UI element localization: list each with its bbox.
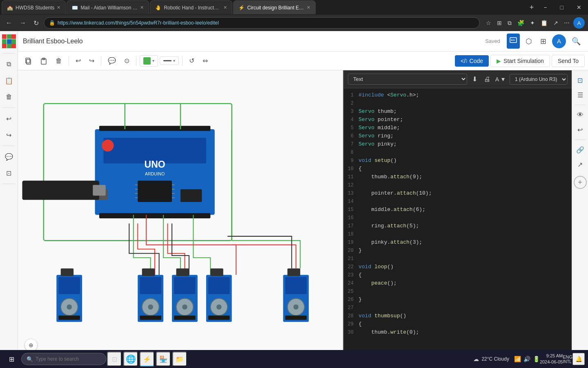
line-content-4: Servo pointer; <box>359 117 572 123</box>
add-component-button[interactable]: + <box>574 176 587 189</box>
reload-button[interactable]: ↻ <box>31 18 41 29</box>
layers-button[interactable]: ☰ <box>574 88 587 101</box>
profile-avatar[interactable]: A <box>573 17 585 29</box>
maximize-button[interactable]: □ <box>554 0 570 15</box>
browser-tab-mail[interactable]: ✉️Mail - Aidan Williamson - Outlo...✕ <box>67 0 149 14</box>
sidebar-undo-button[interactable]: ↩ <box>2 111 16 126</box>
code-button[interactable]: </> Code <box>455 55 489 67</box>
header-search-button[interactable]: 🔍 <box>569 34 583 48</box>
circuit-taskbar-icon: ⚡ <box>143 355 151 363</box>
circuit-view-button[interactable] <box>507 34 520 49</box>
code-line-29: 29{ <box>344 321 572 329</box>
copilot-button[interactable]: ✦ <box>528 17 537 29</box>
sidebar-delete-button[interactable]: 🗑 <box>2 90 16 104</box>
address-bar[interactable]: 🔒 https://www.tinkercad.com/things/5n54p… <box>44 17 480 29</box>
tinkercad-logo[interactable] <box>2 34 16 48</box>
svg-rect-64 <box>285 277 307 294</box>
comment-tool-button[interactable]: 💬 <box>105 54 119 67</box>
browser-tab-hwdsb[interactable]: 🏫HWDSB Students✕ <box>2 0 66 14</box>
board-select[interactable]: 1 (Arduino Uno R3) <box>510 74 568 85</box>
send-to-button[interactable]: Send To <box>552 55 585 67</box>
code-line-20: 20} <box>344 247 572 255</box>
mirror-tool-button[interactable]: ⇔ <box>199 54 211 67</box>
favorites-star-button[interactable]: ☆ <box>484 17 493 29</box>
svg-rect-58 <box>208 277 229 294</box>
undo-history-button[interactable]: ↩ <box>574 123 587 136</box>
line-number-22: 22 <box>344 264 359 270</box>
svg-rect-4 <box>7 39 11 44</box>
split-view-button[interactable]: ⧉ <box>506 17 514 29</box>
taskbar-files-button[interactable]: 📁 <box>172 352 187 366</box>
taskbar-circuit-button[interactable]: ⚡ <box>140 352 154 366</box>
line-number-5: 5 <box>344 125 359 131</box>
back-button[interactable]: ← <box>3 18 15 28</box>
sidebar-paste-button[interactable]: 📋 <box>2 73 16 88</box>
browser-icons: ☆ ⊞ ⧉ 🧩 ✦ 📋 ↗ ⋯ A <box>484 17 585 29</box>
taskbar-store-button[interactable]: 🏪 <box>156 352 171 366</box>
svg-point-42 <box>67 304 72 310</box>
code-line-11: 11 thumb.attach(9); <box>344 173 572 182</box>
connect-button[interactable]: 🔗 <box>574 143 587 156</box>
line-number-13: 13 <box>344 190 359 196</box>
line-number-3: 3 <box>344 108 359 114</box>
new-tab-button[interactable]: + <box>526 3 537 12</box>
app-layout: ⧉ 📋 🗑 ↩ ↪ 💬 ⊡ Brilliant Esboo-Leelo Save… <box>0 31 588 368</box>
sidebar-redo-button[interactable]: ↪ <box>2 128 16 142</box>
svg-rect-40 <box>59 277 80 294</box>
left-sidebar: ⧉ 📋 🗑 ↩ ↪ 💬 ⊡ <box>0 31 18 368</box>
code-type-select[interactable]: Text <box>348 74 467 85</box>
copy-tool-button[interactable] <box>21 55 35 67</box>
start-button[interactable]: ⊞ <box>3 352 20 366</box>
weather-icon: ☁ <box>473 356 479 362</box>
line-selector[interactable]: ▾ <box>160 56 179 65</box>
sidebar-copy-button[interactable]: ⧉ <box>2 57 16 72</box>
settings-more-button[interactable]: ⋯ <box>562 17 572 29</box>
taskbar-task-view-button[interactable]: ⊡ <box>107 352 122 366</box>
code-editor[interactable]: 1#include <Servo.h>;23Servo thumb;4Servo… <box>344 88 572 353</box>
svg-point-10 <box>511 40 512 41</box>
svg-rect-61 <box>208 316 229 320</box>
language-indicator[interactable]: ENG INTL <box>563 355 572 364</box>
forward-button[interactable]: → <box>17 18 29 28</box>
extensions-button[interactable]: 🧩 <box>515 17 526 29</box>
component-library-button[interactable]: ⊡ <box>574 74 587 87</box>
sidebar-schematic-button[interactable]: ⊡ <box>2 166 16 180</box>
rotate-tool-button[interactable]: ↺ <box>186 54 198 67</box>
taskbar-search[interactable]: 🔍 <box>21 353 106 365</box>
table-button[interactable]: ⊞ <box>538 34 549 48</box>
svg-rect-34 <box>180 189 202 202</box>
start-simulation-button[interactable]: ▶ Start Simulation <box>490 55 550 67</box>
code-line-5: 5Servo middle; <box>344 124 572 132</box>
edge-send-button[interactable]: ↗ <box>551 17 560 29</box>
circuit-canvas[interactable]: UNO ARDUINO <box>18 70 343 368</box>
font-size-button[interactable]: ▾ <box>500 74 506 85</box>
paste-tool-button[interactable] <box>37 55 51 67</box>
tinkercad-logo-svg <box>2 34 16 48</box>
inspector-button[interactable]: 👁 <box>574 108 587 121</box>
user-avatar[interactable]: A <box>552 34 566 48</box>
taskbar-edge-button[interactable]: 🌐 <box>123 352 138 366</box>
send-to-label: Send To <box>558 58 579 64</box>
share-button[interactable]: ↗ <box>574 158 587 171</box>
undo-tool-button[interactable]: ↩ <box>72 54 84 67</box>
download-code-button[interactable]: ⬇ <box>470 74 479 85</box>
color-selector[interactable]: ▾ <box>140 55 158 67</box>
schematic-button[interactable]: ⬡ <box>523 34 535 48</box>
sidebar-annotation-button[interactable]: 💬 <box>2 149 16 164</box>
notification-button[interactable]: 🔔 <box>572 353 585 365</box>
right-sidebar-divider-1 <box>575 105 586 105</box>
delete-tool-button[interactable]: 🗑 <box>52 55 65 67</box>
print-code-button[interactable]: 🖨 <box>482 74 492 85</box>
redo-tool-button[interactable]: ↪ <box>86 54 98 67</box>
taskbar-clock[interactable]: 9:25 AM 2024-06-05 <box>540 353 563 366</box>
svg-point-54 <box>182 304 187 310</box>
close-button[interactable]: ✕ <box>570 0 588 15</box>
browser-tab-circuit[interactable]: ⚡Circuit design Brilliant Esboo-Le...✕ <box>233 0 316 14</box>
probe-tool-button[interactable]: ⊙ <box>121 54 133 67</box>
minimize-button[interactable]: − <box>537 0 553 15</box>
taskbar-search-input[interactable] <box>36 356 101 362</box>
line-number-12: 12 <box>344 182 359 188</box>
browser-tab-robotic[interactable]: 🤚Robotic Hand - Instructables✕ <box>150 0 232 14</box>
collections-button[interactable]: 📋 <box>539 17 550 29</box>
tab-groups-button[interactable]: ⊞ <box>495 17 504 29</box>
